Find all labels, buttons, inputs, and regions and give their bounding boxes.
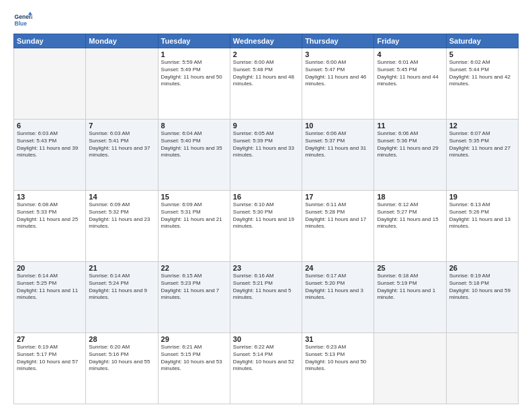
col-header-tuesday: Tuesday <box>158 34 230 48</box>
calendar-cell: 25Sunrise: 6:18 AMSunset: 5:19 PMDayligh… <box>374 262 446 333</box>
calendar-cell <box>446 333 518 404</box>
calendar-cell: 29Sunrise: 6:21 AMSunset: 5:15 PMDayligh… <box>158 333 230 404</box>
calendar-cell: 5Sunrise: 6:02 AMSunset: 5:44 PMDaylight… <box>446 48 518 120</box>
cell-text: Sunrise: 6:14 AMSunset: 5:25 PMDaylight:… <box>17 273 83 302</box>
day-number: 20 <box>17 264 83 272</box>
cell-text: Sunrise: 6:02 AMSunset: 5:44 PMDaylight:… <box>449 59 515 88</box>
cell-text: Sunrise: 6:03 AMSunset: 5:43 PMDaylight:… <box>17 130 83 159</box>
day-number: 13 <box>17 193 83 201</box>
day-number: 19 <box>449 193 515 201</box>
calendar-cell: 22Sunrise: 6:15 AMSunset: 5:23 PMDayligh… <box>158 262 230 333</box>
calendar-cell: 4Sunrise: 6:01 AMSunset: 5:45 PMDaylight… <box>374 48 446 120</box>
col-header-thursday: Thursday <box>302 34 374 48</box>
day-number: 24 <box>305 264 371 272</box>
calendar-week-5: 27Sunrise: 6:19 AMSunset: 5:17 PMDayligh… <box>14 333 519 404</box>
calendar-week-2: 6Sunrise: 6:03 AMSunset: 5:43 PMDaylight… <box>14 120 519 191</box>
calendar-cell: 1Sunrise: 5:59 AMSunset: 5:49 PMDaylight… <box>158 48 230 120</box>
col-header-sunday: Sunday <box>14 34 86 48</box>
day-number: 17 <box>305 193 371 201</box>
cell-text: Sunrise: 6:15 AMSunset: 5:23 PMDaylight:… <box>161 273 227 302</box>
cell-text: Sunrise: 6:09 AMSunset: 5:32 PMDaylight:… <box>89 201 154 230</box>
cell-text: Sunrise: 6:04 AMSunset: 5:40 PMDaylight:… <box>161 130 227 159</box>
cell-text: Sunrise: 6:22 AMSunset: 5:14 PMDaylight:… <box>233 344 299 373</box>
calendar-cell: 23Sunrise: 6:16 AMSunset: 5:21 PMDayligh… <box>230 262 302 333</box>
logo-icon: General Blue <box>13 11 32 30</box>
day-number: 15 <box>161 193 227 201</box>
cell-text: Sunrise: 5:59 AMSunset: 5:49 PMDaylight:… <box>161 59 227 88</box>
calendar-cell: 10Sunrise: 6:06 AMSunset: 5:37 PMDayligh… <box>302 120 374 191</box>
calendar-week-4: 20Sunrise: 6:14 AMSunset: 5:25 PMDayligh… <box>14 262 519 333</box>
calendar-cell: 6Sunrise: 6:03 AMSunset: 5:43 PMDaylight… <box>14 120 86 191</box>
cell-text: Sunrise: 6:16 AMSunset: 5:21 PMDaylight:… <box>233 273 299 302</box>
day-number: 3 <box>305 50 371 58</box>
calendar-cell: 11Sunrise: 6:06 AMSunset: 5:36 PMDayligh… <box>374 120 446 191</box>
day-number: 23 <box>233 264 299 272</box>
svg-text:Blue: Blue <box>15 20 28 27</box>
day-number: 2 <box>233 50 299 58</box>
calendar-cell: 31Sunrise: 6:23 AMSunset: 5:13 PMDayligh… <box>302 333 374 404</box>
day-number: 4 <box>377 50 443 58</box>
calendar-cell: 17Sunrise: 6:11 AMSunset: 5:28 PMDayligh… <box>302 191 374 262</box>
day-number: 16 <box>233 193 299 201</box>
calendar-cell: 2Sunrise: 6:00 AMSunset: 5:48 PMDaylight… <box>230 48 302 120</box>
calendar-cell <box>14 48 86 120</box>
header: General Blue <box>13 11 519 30</box>
cell-text: Sunrise: 6:19 AMSunset: 5:18 PMDaylight:… <box>449 273 515 302</box>
cell-text: Sunrise: 6:19 AMSunset: 5:17 PMDaylight:… <box>17 344 83 373</box>
cell-text: Sunrise: 6:05 AMSunset: 5:39 PMDaylight:… <box>233 130 299 159</box>
calendar-cell: 15Sunrise: 6:09 AMSunset: 5:31 PMDayligh… <box>158 191 230 262</box>
calendar-cell: 30Sunrise: 6:22 AMSunset: 5:14 PMDayligh… <box>230 333 302 404</box>
calendar-cell: 18Sunrise: 6:12 AMSunset: 5:27 PMDayligh… <box>374 191 446 262</box>
day-number: 1 <box>161 50 227 58</box>
cell-text: Sunrise: 6:13 AMSunset: 5:26 PMDaylight:… <box>449 201 515 230</box>
calendar-cell: 3Sunrise: 6:00 AMSunset: 5:47 PMDaylight… <box>302 48 374 120</box>
calendar-cell: 7Sunrise: 6:03 AMSunset: 5:41 PMDaylight… <box>86 120 158 191</box>
calendar: SundayMondayTuesdayWednesdayThursdayFrid… <box>13 34 519 404</box>
header-row: SundayMondayTuesdayWednesdayThursdayFrid… <box>14 34 519 48</box>
day-number: 21 <box>89 264 154 272</box>
calendar-cell: 14Sunrise: 6:09 AMSunset: 5:32 PMDayligh… <box>86 191 158 262</box>
cell-text: Sunrise: 6:09 AMSunset: 5:31 PMDaylight:… <box>161 201 227 230</box>
calendar-cell: 13Sunrise: 6:08 AMSunset: 5:33 PMDayligh… <box>14 191 86 262</box>
calendar-cell: 24Sunrise: 6:17 AMSunset: 5:20 PMDayligh… <box>302 262 374 333</box>
day-number: 28 <box>89 335 154 343</box>
calendar-cell: 9Sunrise: 6:05 AMSunset: 5:39 PMDaylight… <box>230 120 302 191</box>
cell-text: Sunrise: 6:17 AMSunset: 5:20 PMDaylight:… <box>305 273 371 302</box>
cell-text: Sunrise: 6:23 AMSunset: 5:13 PMDaylight:… <box>305 344 371 373</box>
cell-text: Sunrise: 6:20 AMSunset: 5:16 PMDaylight:… <box>89 344 154 373</box>
day-number: 6 <box>17 122 83 130</box>
calendar-cell: 28Sunrise: 6:20 AMSunset: 5:16 PMDayligh… <box>86 333 158 404</box>
calendar-week-3: 13Sunrise: 6:08 AMSunset: 5:33 PMDayligh… <box>14 191 519 262</box>
day-number: 18 <box>377 193 443 201</box>
cell-text: Sunrise: 6:18 AMSunset: 5:19 PMDaylight:… <box>377 273 443 302</box>
calendar-cell <box>86 48 158 120</box>
calendar-cell: 20Sunrise: 6:14 AMSunset: 5:25 PMDayligh… <box>14 262 86 333</box>
calendar-cell <box>374 333 446 404</box>
cell-text: Sunrise: 6:03 AMSunset: 5:41 PMDaylight:… <box>89 130 154 159</box>
col-header-monday: Monday <box>86 34 158 48</box>
col-header-friday: Friday <box>374 34 446 48</box>
cell-text: Sunrise: 6:00 AMSunset: 5:48 PMDaylight:… <box>233 59 299 88</box>
day-number: 9 <box>233 122 299 130</box>
logo: General Blue <box>13 11 35 30</box>
cell-text: Sunrise: 6:01 AMSunset: 5:45 PMDaylight:… <box>377 59 443 88</box>
day-number: 5 <box>449 50 515 58</box>
day-number: 27 <box>17 335 83 343</box>
day-number: 12 <box>449 122 515 130</box>
day-number: 22 <box>161 264 227 272</box>
day-number: 11 <box>377 122 443 130</box>
day-number: 31 <box>305 335 371 343</box>
calendar-cell: 16Sunrise: 6:10 AMSunset: 5:30 PMDayligh… <box>230 191 302 262</box>
calendar-cell: 21Sunrise: 6:14 AMSunset: 5:24 PMDayligh… <box>86 262 158 333</box>
cell-text: Sunrise: 6:12 AMSunset: 5:27 PMDaylight:… <box>377 201 443 230</box>
calendar-week-1: 1Sunrise: 5:59 AMSunset: 5:49 PMDaylight… <box>14 48 519 120</box>
day-number: 10 <box>305 122 371 130</box>
cell-text: Sunrise: 6:06 AMSunset: 5:37 PMDaylight:… <box>305 130 371 159</box>
day-number: 25 <box>377 264 443 272</box>
col-header-saturday: Saturday <box>446 34 518 48</box>
day-number: 8 <box>161 122 227 130</box>
calendar-cell: 27Sunrise: 6:19 AMSunset: 5:17 PMDayligh… <box>14 333 86 404</box>
col-header-wednesday: Wednesday <box>230 34 302 48</box>
day-number: 26 <box>449 264 515 272</box>
cell-text: Sunrise: 6:00 AMSunset: 5:47 PMDaylight:… <box>305 59 371 88</box>
